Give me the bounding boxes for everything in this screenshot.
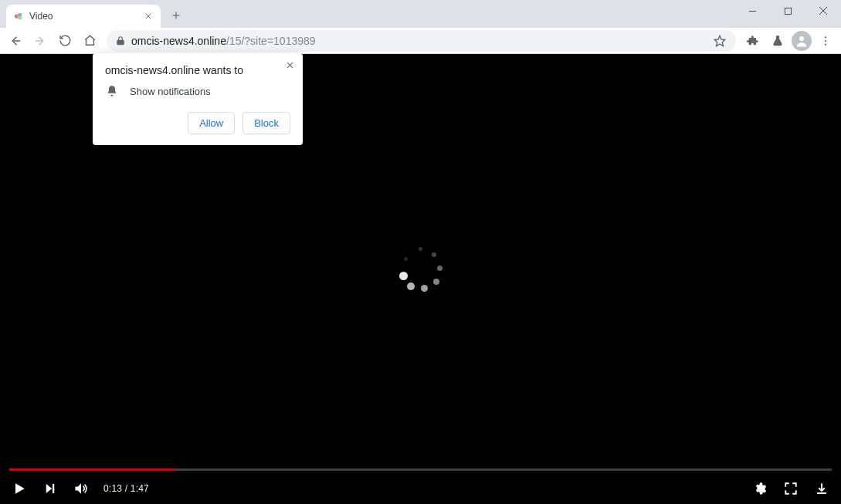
block-button[interactable]: Block xyxy=(242,112,290,134)
play-button[interactable] xyxy=(11,480,28,497)
tab-close-icon[interactable] xyxy=(142,10,154,22)
svg-point-16 xyxy=(825,39,826,41)
url-text: omcis-news4.online/15/?site=1013989 xyxy=(131,35,316,47)
svg-point-17 xyxy=(825,43,826,45)
forward-button[interactable] xyxy=(29,30,51,52)
dialog-heading: omcis-news4.online wants to xyxy=(105,64,290,76)
next-button[interactable] xyxy=(42,480,59,497)
bookmark-star-icon[interactable] xyxy=(711,30,728,52)
tab-title: Video xyxy=(29,11,137,22)
browser-tab[interactable]: Video xyxy=(6,5,161,28)
maximize-button[interactable] xyxy=(770,0,805,22)
home-button[interactable] xyxy=(79,30,100,52)
notification-permission-dialog: omcis-news4.online wants to Show notific… xyxy=(93,53,303,145)
reload-button[interactable] xyxy=(54,30,76,52)
window-controls xyxy=(734,0,841,28)
kebab-menu-icon[interactable] xyxy=(815,30,836,52)
svg-point-2 xyxy=(18,15,22,19)
profile-avatar[interactable] xyxy=(792,31,812,51)
bell-icon xyxy=(105,84,119,98)
settings-gear-icon[interactable] xyxy=(751,480,768,497)
address-bar[interactable]: omcis-news4.online/15/?site=1013989 xyxy=(107,30,736,52)
svg-marker-13 xyxy=(714,36,724,46)
volume-button[interactable] xyxy=(73,480,90,497)
window-close-button[interactable] xyxy=(805,0,841,22)
video-controls: 0:13 / 1:47 xyxy=(0,468,841,504)
tab-strip: Video xyxy=(0,0,187,28)
permission-request-text: Show notifications xyxy=(130,86,211,97)
dialog-close-icon[interactable] xyxy=(283,58,297,72)
minimize-button[interactable] xyxy=(734,0,770,22)
svg-point-15 xyxy=(825,36,826,38)
back-button[interactable] xyxy=(5,30,26,52)
time-display: 0:13 / 1:47 xyxy=(103,483,149,494)
browser-toolbar: omcis-news4.online/15/?site=1013989 xyxy=(0,28,841,54)
progress-bar[interactable] xyxy=(9,468,832,471)
svg-marker-19 xyxy=(46,484,53,493)
titlebar: Video xyxy=(0,0,841,28)
svg-point-14 xyxy=(799,36,804,41)
extensions-icon[interactable] xyxy=(742,30,764,52)
svg-rect-20 xyxy=(53,484,54,493)
allow-button[interactable]: Allow xyxy=(188,112,235,134)
fullscreen-button[interactable] xyxy=(782,480,799,497)
loading-spinner xyxy=(398,247,444,293)
svg-rect-8 xyxy=(785,8,791,14)
svg-marker-18 xyxy=(15,483,25,493)
progress-played xyxy=(9,468,174,471)
lock-icon[interactable] xyxy=(114,35,127,47)
svg-marker-21 xyxy=(76,483,82,493)
labs-icon[interactable] xyxy=(767,30,788,52)
download-button[interactable] xyxy=(813,480,830,497)
tab-favicon xyxy=(12,10,25,22)
new-tab-button[interactable] xyxy=(165,5,187,26)
